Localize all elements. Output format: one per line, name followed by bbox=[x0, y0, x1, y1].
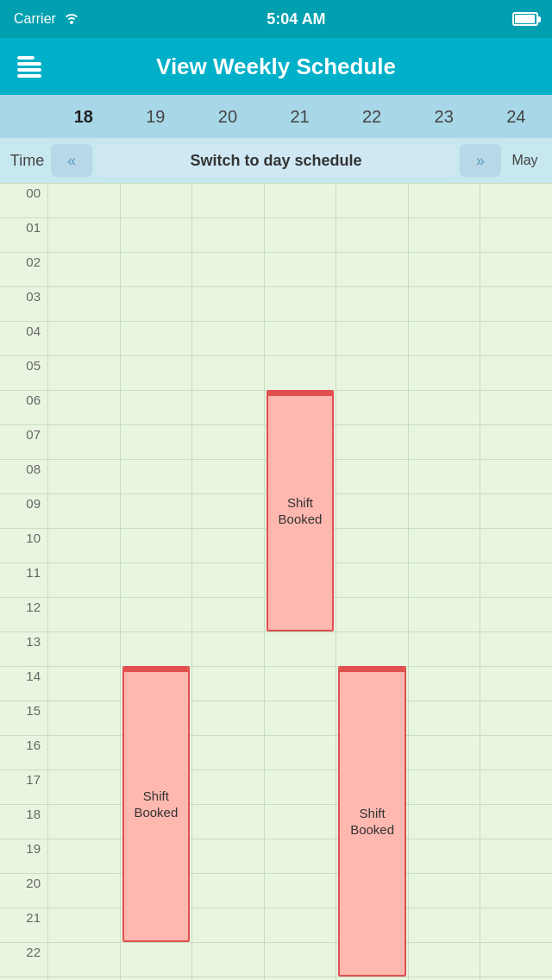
shift-block-2[interactable]: Shift Booked bbox=[338, 666, 406, 977]
time-label-11: 11 bbox=[0, 562, 47, 597]
day-cell-6-17 bbox=[480, 770, 552, 804]
day-cell-2-13 bbox=[192, 631, 264, 666]
day-cell-6-20 bbox=[480, 873, 552, 908]
day-cell-4-5 bbox=[336, 355, 408, 390]
day-cell-0-7 bbox=[48, 424, 120, 459]
day-cell-5-23 bbox=[409, 977, 480, 980]
status-bar: Carrier 5:04 AM bbox=[0, 0, 552, 38]
time-label-06: 06 bbox=[0, 390, 47, 424]
day-cell-5-11 bbox=[409, 562, 480, 597]
day-cell-1-3 bbox=[121, 286, 192, 321]
day-col-5 bbox=[408, 183, 480, 980]
day-cell-6-6 bbox=[480, 390, 552, 424]
day-cell-4-6 bbox=[336, 390, 408, 424]
day-cell-1-10 bbox=[121, 528, 192, 562]
day-cell-1-1 bbox=[121, 217, 192, 252]
day-header-col-20: 20 bbox=[191, 104, 264, 130]
day-cell-5-17 bbox=[409, 770, 480, 804]
time-label-04: 04 bbox=[0, 321, 47, 355]
day-cell-0-0 bbox=[48, 183, 120, 217]
list-icon[interactable] bbox=[17, 56, 41, 78]
time-label-13: 13 bbox=[0, 631, 47, 666]
shift-block-1[interactable]: Shift Booked bbox=[267, 390, 335, 631]
day-cell-5-22 bbox=[409, 942, 480, 977]
switch-to-day-button[interactable]: Switch to day schedule bbox=[96, 144, 456, 177]
nav-bar: View Weekly Schedule bbox=[0, 38, 552, 95]
day-cell-4-13 bbox=[336, 631, 408, 666]
day-cell-2-21 bbox=[192, 908, 264, 942]
day-cell-0-21 bbox=[48, 908, 120, 942]
day-cell-4-4 bbox=[336, 321, 408, 355]
day-header-col-23: 23 bbox=[408, 104, 480, 130]
time-label-19: 19 bbox=[0, 839, 47, 873]
day-cell-4-11 bbox=[336, 562, 408, 597]
day-cell-2-18 bbox=[192, 804, 264, 839]
day-cell-4-9 bbox=[336, 493, 408, 528]
day-cell-6-19 bbox=[480, 839, 552, 873]
time-label-03: 03 bbox=[0, 286, 47, 321]
shift-block-0[interactable]: Shift Booked bbox=[122, 666, 191, 942]
day-header-col-24: 24 bbox=[480, 104, 552, 130]
prev-week-button[interactable]: « bbox=[51, 144, 92, 177]
day-cell-3-23 bbox=[265, 977, 336, 980]
day-cell-2-9 bbox=[192, 493, 264, 528]
time-label-16: 16 bbox=[0, 735, 47, 770]
day-cell-0-15 bbox=[48, 700, 120, 735]
day-cell-1-7 bbox=[121, 424, 192, 459]
day-cell-6-16 bbox=[480, 735, 552, 770]
day-cell-3-21 bbox=[265, 908, 336, 942]
day-cell-1-13 bbox=[121, 631, 192, 666]
day-cell-2-12 bbox=[192, 597, 264, 631]
day-cell-5-19 bbox=[409, 839, 480, 873]
day-cell-0-13 bbox=[48, 631, 120, 666]
day-col-2 bbox=[191, 183, 264, 980]
day-cell-5-6 bbox=[409, 390, 480, 424]
next-week-button[interactable]: » bbox=[460, 144, 501, 177]
day-cell-1-2 bbox=[121, 252, 192, 286]
day-cell-2-5 bbox=[192, 355, 264, 390]
day-cell-0-5 bbox=[48, 355, 120, 390]
time-label-09: 09 bbox=[0, 493, 47, 528]
day-cell-0-19 bbox=[48, 839, 120, 873]
day-cell-2-22 bbox=[192, 942, 264, 977]
day-cell-3-0 bbox=[265, 183, 336, 217]
day-cell-4-1 bbox=[336, 217, 408, 252]
day-cell-5-20 bbox=[409, 873, 480, 908]
switch-bar-content: « Switch to day schedule » bbox=[51, 144, 501, 177]
day-cell-5-9 bbox=[409, 493, 480, 528]
day-cell-6-1 bbox=[480, 217, 552, 252]
day-cell-6-9 bbox=[480, 493, 552, 528]
status-bar-right bbox=[512, 12, 538, 26]
day-cell-1-11 bbox=[121, 562, 192, 597]
day-cell-5-4 bbox=[409, 321, 480, 355]
time-column: 0001020304050607080910111213141516171819… bbox=[0, 183, 47, 980]
day-cell-6-4 bbox=[480, 321, 552, 355]
day-cell-6-23 bbox=[480, 977, 552, 980]
battery-icon bbox=[512, 12, 538, 26]
status-bar-left: Carrier bbox=[14, 10, 80, 28]
day-cell-1-23 bbox=[121, 977, 192, 980]
day-cell-6-15 bbox=[480, 700, 552, 735]
day-cell-2-1 bbox=[192, 217, 264, 252]
day-header-days: 18192021222324 bbox=[47, 104, 552, 130]
time-label-23: 23 bbox=[0, 977, 47, 980]
day-cell-6-8 bbox=[480, 459, 552, 493]
day-cell-2-10 bbox=[192, 528, 264, 562]
day-cell-4-8 bbox=[336, 459, 408, 493]
day-cell-3-1 bbox=[265, 217, 336, 252]
day-cell-0-6 bbox=[48, 390, 120, 424]
switch-bar-time-label: Time bbox=[3, 152, 51, 170]
switch-bar-month: May bbox=[501, 153, 549, 168]
day-cell-5-5 bbox=[409, 355, 480, 390]
day-cell-6-21 bbox=[480, 908, 552, 942]
time-label-14: 14 bbox=[0, 666, 47, 700]
day-cell-2-16 bbox=[192, 735, 264, 770]
days-grid: Shift BookedShift BookedShift Booked bbox=[47, 183, 552, 980]
day-cell-5-18 bbox=[409, 804, 480, 839]
nav-bar-title: View Weekly Schedule bbox=[156, 53, 396, 80]
day-cell-1-6 bbox=[121, 390, 192, 424]
day-cell-6-2 bbox=[480, 252, 552, 286]
day-cell-0-10 bbox=[48, 528, 120, 562]
day-cell-2-19 bbox=[192, 839, 264, 873]
day-cell-0-2 bbox=[48, 252, 120, 286]
